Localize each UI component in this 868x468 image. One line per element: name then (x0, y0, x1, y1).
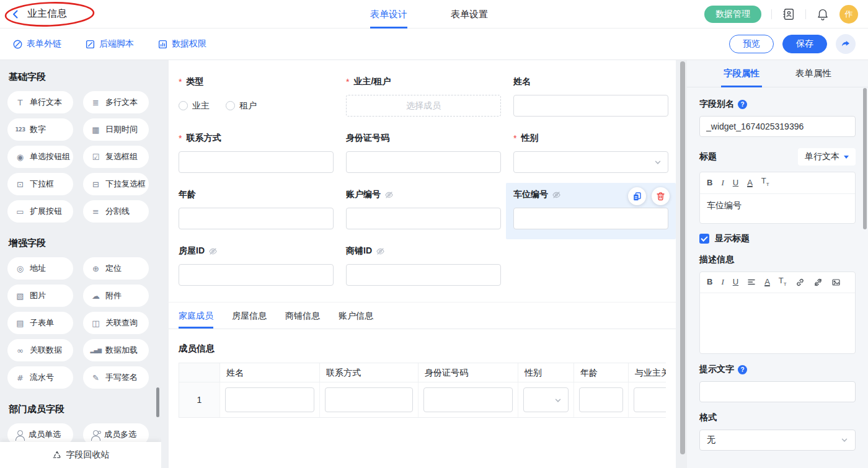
panel-scrollbar[interactable] (863, 88, 867, 229)
subtab-account-info[interactable]: 账户信息 (339, 311, 373, 329)
field-account-no[interactable]: 账户编号 (346, 189, 501, 229)
field-house-id[interactable]: 房屋ID (179, 245, 334, 286)
font-color-button[interactable]: A (747, 179, 753, 187)
cell-input-id-number[interactable] (423, 387, 513, 412)
cell-select-gender[interactable] (523, 387, 569, 412)
field-type[interactable]: 类型 业主 租户 (179, 76, 334, 117)
field-item-image[interactable]: ▧图片 (7, 285, 73, 307)
font-size-button[interactable]: TT (761, 177, 769, 189)
field-item-related-query[interactable]: ◫关联查询 (83, 312, 149, 334)
title-editor-content[interactable]: 车位编号 (700, 194, 855, 223)
description-editor-content[interactable] (700, 293, 855, 353)
bold-button[interactable]: B (707, 278, 712, 286)
widget-type-dropdown[interactable]: 单行文本 (798, 148, 856, 166)
italic-button[interactable]: I (721, 179, 724, 187)
text-input[interactable] (346, 264, 501, 286)
field-item-number[interactable]: 123数字 (7, 118, 73, 141)
tab-form-properties[interactable]: 表单属性 (795, 60, 831, 87)
subtab-family-members[interactable]: 家庭成员 (179, 311, 213, 329)
field-age[interactable]: 年龄 (179, 189, 334, 229)
sidebar-scrollbar[interactable] (156, 387, 159, 417)
back-icon[interactable] (10, 9, 21, 20)
alias-input[interactable] (699, 116, 856, 137)
gender-select[interactable] (513, 151, 668, 173)
field-item-extend-button[interactable]: ▭扩展按钮 (7, 200, 73, 223)
canvas-scrollbar[interactable] (680, 61, 685, 454)
text-input[interactable] (179, 208, 334, 229)
field-item-data-load[interactable]: ▂▄▆数据加载 (83, 339, 149, 361)
cell-input-age[interactable] (579, 387, 623, 412)
tab-field-properties[interactable]: 字段属性 (724, 60, 760, 87)
cell-input-relation[interactable] (634, 387, 666, 412)
tab-form-design[interactable]: 表单设计 (370, 0, 407, 29)
font-size-button[interactable]: TT (779, 276, 787, 289)
field-parking-no-selected[interactable]: 车位编号 (506, 183, 676, 239)
show-title-checkbox[interactable] (699, 234, 709, 244)
tab-form-settings[interactable]: 表单设置 (451, 0, 488, 29)
field-row-1: 类型 业主 租户 业主/租户 选择成员 姓名 (169, 76, 676, 117)
field-item-subform[interactable]: ▤子表单 (7, 312, 73, 334)
field-item-checkbox-group[interactable]: ☑复选框组 (83, 146, 149, 168)
share-button[interactable] (836, 34, 856, 54)
field-item-related-data[interactable]: ∞关联数据 (7, 339, 73, 361)
text-input[interactable] (513, 208, 668, 229)
cell-input-name[interactable] (225, 387, 314, 412)
field-item-address[interactable]: ◎地址 (7, 257, 73, 280)
backend-script-link[interactable]: 后端脚本 (85, 38, 134, 50)
field-id-number[interactable]: 身份证号码 (346, 133, 501, 173)
subtab-shop-info[interactable]: 商铺信息 (285, 311, 320, 329)
field-item-signature[interactable]: ✎手写签名 (83, 366, 149, 389)
help-icon[interactable]: ? (738, 365, 747, 374)
italic-button[interactable]: I (721, 278, 724, 286)
field-item-dropdown[interactable]: ⊡下拉框 (7, 173, 73, 195)
help-icon[interactable]: ? (738, 100, 747, 109)
unlink-button[interactable] (813, 278, 823, 287)
text-input[interactable] (346, 151, 501, 173)
font-color-button[interactable]: A (764, 278, 770, 286)
field-contact[interactable]: 联系方式 (179, 133, 334, 173)
field-item-locate[interactable]: ⊕定位 (83, 257, 149, 280)
text-input[interactable] (179, 151, 334, 173)
copy-field-button[interactable] (628, 187, 646, 205)
text-input[interactable] (513, 95, 668, 117)
radio-tenant[interactable]: 租户 (226, 100, 257, 112)
field-item-attachment[interactable]: ☁附件 (83, 285, 149, 307)
align-button[interactable] (747, 278, 756, 286)
hint-input[interactable] (699, 381, 856, 402)
insert-image-button[interactable] (831, 278, 841, 287)
underline-button[interactable]: U (733, 179, 738, 187)
radio-owner[interactable]: 业主 (179, 100, 210, 112)
preview-button[interactable]: 预览 (729, 35, 774, 53)
divider-icon: ≡ (90, 207, 102, 216)
member-multi-icon (90, 430, 100, 439)
field-item-multi-line-text[interactable]: ≣多行文本 (83, 91, 149, 113)
notification-bell-icon[interactable] (816, 7, 830, 21)
field-item-radio-group[interactable]: ◉单选按钮组 (7, 146, 73, 168)
field-item-divider-line[interactable]: ≡分割线 (83, 200, 149, 223)
field-item-multi-dropdown[interactable]: ⊟下拉复选框 (83, 173, 149, 195)
data-permission-link[interactable]: 数据权限 (157, 38, 206, 50)
save-button[interactable]: 保存 (782, 35, 827, 53)
contacts-icon[interactable] (782, 7, 795, 21)
field-gender[interactable]: 性别 (513, 133, 668, 173)
underline-button[interactable]: U (733, 278, 738, 286)
bold-button[interactable]: B (707, 179, 712, 187)
field-item-serial-number[interactable]: #流水号 (7, 366, 73, 389)
text-input[interactable] (179, 264, 334, 286)
field-item-single-line-text[interactable]: T单行文本 (7, 91, 73, 113)
field-name[interactable]: 姓名 (513, 76, 668, 117)
delete-field-button[interactable] (652, 187, 670, 205)
avatar[interactable]: 作 (839, 5, 858, 24)
subtab-house-info[interactable]: 房屋信息 (232, 311, 267, 329)
field-recycle-bin[interactable]: 字段回收站 (0, 442, 161, 468)
member-picker[interactable]: 选择成员 (346, 95, 501, 117)
text-input[interactable] (346, 208, 501, 229)
data-manage-button[interactable]: 数据管理 (704, 6, 761, 23)
field-owner-tenant[interactable]: 业主/租户 选择成员 (346, 76, 501, 117)
field-item-datetime[interactable]: ▦日期时间 (83, 118, 149, 141)
link-button[interactable] (795, 278, 805, 287)
field-shop-id[interactable]: 商铺ID (346, 245, 501, 286)
form-external-link[interactable]: 表单外链 (12, 38, 61, 50)
format-select[interactable]: 无 (699, 430, 856, 451)
cell-input-contact[interactable] (325, 387, 413, 412)
